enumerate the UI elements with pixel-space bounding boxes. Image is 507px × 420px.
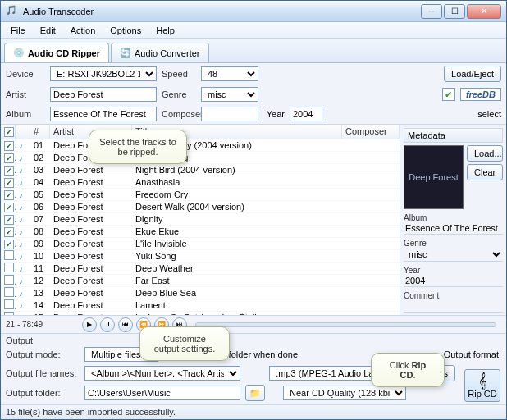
output-mode-label: Output mode:	[6, 349, 80, 359]
note-icon: ♪	[19, 252, 23, 261]
track-checkbox[interactable]: ✔	[4, 178, 14, 188]
track-checkbox[interactable]	[4, 287, 14, 297]
note-icon: ♪	[19, 276, 23, 285]
app-icon: 🎵	[6, 5, 19, 18]
track-row[interactable]: ♪10Deep ForestYuki Song	[1, 250, 400, 262]
callout-rip-cd: Click Rip CD.	[371, 353, 445, 387]
output-quality-select[interactable]: Near CD Quality (128 kbit/s)	[283, 386, 406, 400]
meta-year-input[interactable]	[404, 275, 503, 287]
track-checkbox[interactable]: ✔	[4, 153, 14, 163]
window-title: Audio Transcoder	[23, 7, 421, 16]
tabbar: 💿 Audio CD Ripper 🔄 Audio Converter	[1, 39, 506, 63]
output-filenames-label: Output filenames:	[6, 368, 80, 378]
statusbar: 15 file(s) have been imported successful…	[1, 404, 506, 419]
meta-album-input[interactable]	[404, 222, 503, 235]
device-select[interactable]: E: RSXI JK92BOL2 1.03	[50, 66, 157, 81]
note-icon: ♪	[19, 215, 23, 224]
device-label: Device	[6, 69, 45, 79]
menu-action[interactable]: Action	[64, 24, 103, 37]
output-folder-label: Output folder:	[6, 388, 80, 398]
minimize-button[interactable]: ─	[421, 4, 442, 19]
track-checkbox[interactable]	[4, 299, 14, 309]
track-row[interactable]: ♪12Deep ForestFar East	[1, 275, 400, 287]
track-header: ✔ # Artist Title Composer	[1, 125, 400, 139]
callout-customize-output: Customize output settings.	[139, 326, 230, 361]
track-row[interactable]: ✔♪09Deep ForestL'île Invisible	[1, 238, 400, 250]
track-checkbox[interactable]	[4, 262, 14, 272]
cd-icon: 💿	[13, 48, 25, 58]
track-row[interactable]: ✔♪03Deep ForestNight Bird (2004 version)	[1, 164, 400, 176]
genre-select[interactable]: misc	[201, 87, 258, 102]
note-icon: ♪	[19, 301, 23, 310]
track-row[interactable]: ♪13Deep ForestDeep Blue Sea	[1, 287, 400, 299]
select-label: select	[477, 109, 501, 119]
track-checkbox[interactable]	[4, 250, 14, 260]
track-checkbox[interactable]: ✔	[4, 190, 14, 200]
freedb-button[interactable]: freeDB	[460, 88, 501, 101]
menu-file[interactable]: File	[4, 24, 32, 37]
treble-clef-icon: 𝄞	[478, 373, 487, 388]
pause-button[interactable]: ⏸	[100, 317, 115, 332]
track-row[interactable]: ✔♪05Deep ForestFreedom Cry	[1, 189, 400, 201]
rip-cd-button[interactable]: 𝄞 Rip CD	[464, 369, 500, 402]
speed-select[interactable]: 48	[201, 66, 258, 81]
gear-icon: 🔄	[120, 48, 131, 58]
track-checkbox[interactable]: ✔	[4, 166, 14, 176]
year-input[interactable]	[290, 107, 322, 121]
track-row[interactable]: ✔♪06Deep ForestDesert Walk (2004 version…	[1, 201, 400, 213]
meta-comment-input[interactable]	[404, 300, 503, 313]
genre-label: Genre	[162, 89, 196, 99]
artist-input[interactable]	[50, 87, 157, 102]
note-icon: ♪	[19, 166, 23, 175]
callout-select-tracks: Select the tracks to be ripped.	[89, 130, 187, 164]
track-checkbox[interactable]: ✔	[4, 203, 14, 212]
seek-bar[interactable]	[195, 322, 496, 327]
freedb-check-icon[interactable]: ✔	[442, 88, 455, 101]
album-input[interactable]	[50, 107, 157, 121]
metadata-panel: Metadata Deep Forest Load... Clear Album…	[400, 125, 506, 315]
note-icon: ♪	[19, 190, 23, 199]
track-checkbox[interactable]: ✔	[4, 141, 14, 151]
time-display: 21 - 78:49	[6, 320, 43, 329]
close-button[interactable]: ✕	[467, 4, 501, 19]
meta-genre-select[interactable]: misc	[404, 248, 503, 262]
load-cover-button[interactable]: Load...	[467, 145, 503, 162]
track-row[interactable]: ✔♪04Deep ForestAnasthasia	[1, 176, 400, 189]
album-label: Album	[6, 109, 45, 119]
track-row[interactable]: ✔♪07Deep ForestDignity	[1, 213, 400, 226]
track-row[interactable]: ♪14Deep ForestLament	[1, 299, 400, 312]
track-row[interactable]: ✔♪01Deep ForestSweet Lullaby (2004 versi…	[1, 139, 400, 152]
metadata-header: Metadata	[404, 128, 503, 143]
note-icon: ♪	[19, 227, 23, 236]
browse-folder-button[interactable]: 📁	[245, 385, 265, 401]
output-folder-input[interactable]	[84, 386, 240, 400]
prev-button[interactable]: ⏮	[118, 317, 133, 332]
composer-input[interactable]	[201, 107, 258, 121]
select-all-checkbox[interactable]: ✔	[4, 127, 14, 137]
menu-edit[interactable]: Edit	[34, 24, 62, 37]
track-checkbox[interactable]: ✔	[4, 215, 14, 225]
track-row[interactable]: ✔♪02Deep ForestMarta's Song	[1, 152, 400, 164]
load-eject-button[interactable]: Load/Eject	[444, 66, 501, 82]
note-icon: ♪	[19, 178, 23, 187]
track-list[interactable]: ✔♪01Deep ForestSweet Lullaby (2004 versi…	[1, 139, 400, 315]
menu-options[interactable]: Options	[103, 24, 148, 37]
output-filenames-select[interactable]: <Album>\<Number>. <Track Artist> - <Titl…	[84, 366, 240, 381]
maximize-button[interactable]: ☐	[444, 4, 465, 19]
track-row[interactable]: ♪11Deep ForestDeep Weather	[1, 262, 400, 275]
tab-audio-cd-ripper[interactable]: 💿 Audio CD Ripper	[4, 43, 109, 62]
output-format-label: Output format:	[444, 349, 501, 359]
menubar: FileEditActionOptionsHelp	[1, 22, 506, 39]
composer-label: Composer	[162, 109, 196, 119]
menu-help[interactable]: Help	[149, 24, 181, 37]
note-icon: ♪	[19, 240, 23, 249]
track-checkbox[interactable]	[4, 275, 14, 285]
play-button[interactable]: ▶	[82, 317, 97, 332]
note-icon: ♪	[19, 264, 23, 273]
track-checkbox[interactable]: ✔	[4, 240, 14, 249]
track-row[interactable]: ✔♪08Deep ForestEkue Ekue	[1, 226, 400, 238]
note-icon: ♪	[19, 153, 23, 162]
clear-cover-button[interactable]: Clear	[467, 164, 503, 180]
tab-audio-converter[interactable]: 🔄 Audio Converter	[111, 43, 209, 62]
track-checkbox[interactable]: ✔	[4, 227, 14, 237]
